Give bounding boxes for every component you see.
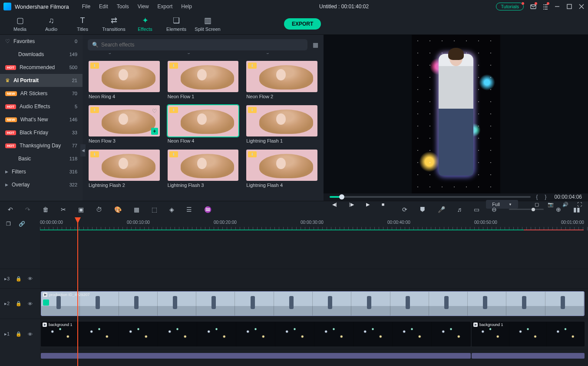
speed-icon[interactable]: ⏱	[96, 206, 102, 213]
effect-thumbnail[interactable]: ⬇	[89, 150, 160, 181]
greenscreen-icon[interactable]: ▦	[134, 206, 139, 213]
tab-splitscreen[interactable]: ▥Split Screen	[192, 16, 223, 32]
track-lock-icon[interactable]: 🔒	[16, 331, 22, 337]
menu-file[interactable]: File	[82, 3, 90, 10]
playhead[interactable]	[77, 217, 78, 366]
favorite-icon[interactable]: ♡	[152, 108, 157, 114]
effect-thumbnail[interactable]: ⬇	[168, 150, 239, 181]
maximize-icon[interactable]	[566, 3, 572, 10]
effect-thumbnail[interactable]: ⬇	[246, 150, 317, 181]
menu-export[interactable]: Export	[158, 3, 173, 10]
track-1[interactable]: ▶background 1 ▶background 1	[40, 319, 588, 349]
messages-icon[interactable]	[530, 3, 536, 10]
voiceover-icon[interactable]: 🎤	[438, 206, 445, 213]
zoom-slider[interactable]	[509, 209, 544, 210]
menu-edit[interactable]: Edit	[99, 3, 108, 10]
effect-thumbnail[interactable]: ⬇	[246, 61, 317, 92]
close-icon[interactable]	[578, 3, 585, 10]
tab-transitions[interactable]: ⇄Transitions	[98, 16, 129, 32]
clip-video[interactable]: ▶production ID_4929207	[41, 291, 585, 316]
effect-card[interactable]: ⬇Neon Flow 2	[246, 61, 317, 99]
tab-media[interactable]: ▢Media	[4, 16, 36, 32]
sidebar-collapse-icon[interactable]: ◀	[80, 144, 86, 156]
next-frame-icon[interactable]: |▶	[349, 202, 354, 207]
timeline-link-icon[interactable]: 🔗	[19, 221, 25, 227]
tab-audio[interactable]: ♫Audio	[36, 16, 67, 32]
volume-icon[interactable]: 🔊	[562, 202, 568, 207]
effect-card[interactable]: ⬇Lightning Flash 3	[168, 150, 239, 188]
sidebar-item-thanksgiving-day[interactable]: HOTThanksgiving Day77	[0, 139, 83, 152]
sidebar-item-favorites[interactable]: ♡Favorites0	[0, 35, 83, 48]
color-icon[interactable]: 🎨	[114, 206, 122, 213]
track-2[interactable]: ▶production ID_4929207	[40, 288, 588, 319]
play-icon[interactable]: ▶	[366, 202, 370, 207]
tab-effects[interactable]: ✦Effects	[129, 16, 161, 32]
zoom-out-icon[interactable]: ⊖	[492, 206, 497, 213]
undo-icon[interactable]: ↶	[8, 206, 13, 213]
audio-adjust-icon[interactable]: ♒	[204, 206, 211, 213]
tutorials-button[interactable]: Tutorials	[496, 3, 524, 10]
timeline-ruler[interactable]: 00:00:00:0000:00:10:0000:00:20:0000:00:3…	[40, 217, 588, 230]
sidebar-item-basic[interactable]: Basic118	[0, 152, 83, 165]
zoom-fit-icon[interactable]: ▮▮	[573, 206, 580, 213]
display-mode-icon[interactable]: ▢	[535, 202, 539, 207]
menu-view[interactable]: View	[138, 3, 149, 10]
track-eye-icon[interactable]: 👁	[28, 301, 33, 306]
delete-icon[interactable]: 🗑	[43, 206, 49, 213]
menu-tools[interactable]: Tools	[117, 3, 129, 10]
tasks-icon[interactable]	[542, 3, 548, 10]
effect-card[interactable]: ⬇Neon Flow 1	[168, 61, 239, 99]
adjust-icon[interactable]: ☰	[186, 206, 192, 213]
crop-icon[interactable]: ▣	[78, 206, 84, 213]
split-icon[interactable]: ✂	[61, 206, 66, 213]
preview-seekbar[interactable]	[330, 196, 531, 198]
stop-icon[interactable]: ■	[382, 202, 385, 207]
export-button[interactable]: EXPORT	[284, 18, 321, 30]
marker-icon[interactable]: ⛊	[420, 206, 426, 213]
sidebar-item-recommended[interactable]: HOTRecommended500	[0, 61, 83, 74]
effect-card[interactable]: ⬇Lightning Flash 1	[246, 105, 317, 143]
snap-icon[interactable]: ▭	[474, 206, 479, 213]
clip-bg-1[interactable]: ▶background 1	[41, 322, 471, 346]
sidebar-item-audio-effects[interactable]: HOTAudio Effects5	[0, 100, 83, 113]
effect-thumbnail[interactable]: ⬇	[168, 61, 239, 92]
quality-select[interactable]: Full▼	[486, 200, 518, 209]
search-input[interactable]	[101, 42, 303, 48]
motion-icon[interactable]: ⬚	[152, 206, 157, 213]
sidebar-item-ar-stickers[interactable]: NEWAR Stickers70	[0, 87, 83, 100]
effect-thumbnail[interactable]: ⬇	[246, 105, 317, 136]
effect-card[interactable]: ⬇♡+Neon Flow 3	[89, 105, 160, 143]
keyframe-icon[interactable]: ◈	[169, 206, 174, 213]
effect-card[interactable]: ⬇Neon Ring 4	[89, 61, 160, 99]
track-eye-icon[interactable]: 👁	[28, 332, 33, 337]
track-audio[interactable]	[40, 349, 588, 362]
sidebar-item-what-s-new[interactable]: NEWWhat's New146	[0, 113, 83, 126]
tab-titles[interactable]: TTitles	[67, 16, 98, 32]
sidebar-item-overlay[interactable]: ▶Overlay322	[0, 178, 83, 191]
effect-card[interactable]: ⬇Neon Flow 4	[168, 105, 239, 143]
sidebar-item-black-friday[interactable]: HOTBlack Friday33	[0, 126, 83, 139]
render-icon[interactable]: ⟳	[402, 206, 407, 213]
tab-elements[interactable]: ❏Elements	[161, 16, 192, 32]
sidebar-item-filters[interactable]: ▶Filters316	[0, 165, 83, 178]
add-effect-icon[interactable]: +	[151, 128, 158, 135]
mixer-icon[interactable]: ♬	[457, 206, 462, 213]
minimize-icon[interactable]	[554, 3, 560, 10]
sidebar-item-downloads[interactable]: Downloads149	[0, 48, 83, 61]
effect-thumbnail[interactable]: ⬇	[89, 61, 160, 92]
track-lock-icon[interactable]: 🔒	[16, 276, 22, 282]
effect-thumbnail[interactable]: ⬇♡+	[89, 105, 160, 136]
track-lock-icon[interactable]: 🔒	[16, 301, 22, 306]
prev-frame-icon[interactable]: ◀|	[332, 202, 337, 207]
timeline-layers-icon[interactable]: ❐	[6, 221, 11, 227]
effect-card[interactable]: ⬇Lightning Flash 4	[246, 150, 317, 188]
snapshot-icon[interactable]: 📷	[548, 202, 554, 207]
track-eye-icon[interactable]: 👁	[28, 276, 33, 281]
mark-in-out-icon[interactable]: { }	[536, 193, 549, 200]
grid-view-icon[interactable]: ▦	[313, 41, 318, 48]
track-3[interactable]	[40, 269, 588, 288]
menu-help[interactable]: Help	[181, 3, 192, 10]
redo-icon[interactable]: ↷	[25, 206, 30, 213]
effect-thumbnail[interactable]: ⬇	[168, 105, 239, 136]
sidebar-item-ai-portrait[interactable]: ♛AI Portrait21	[0, 74, 83, 87]
